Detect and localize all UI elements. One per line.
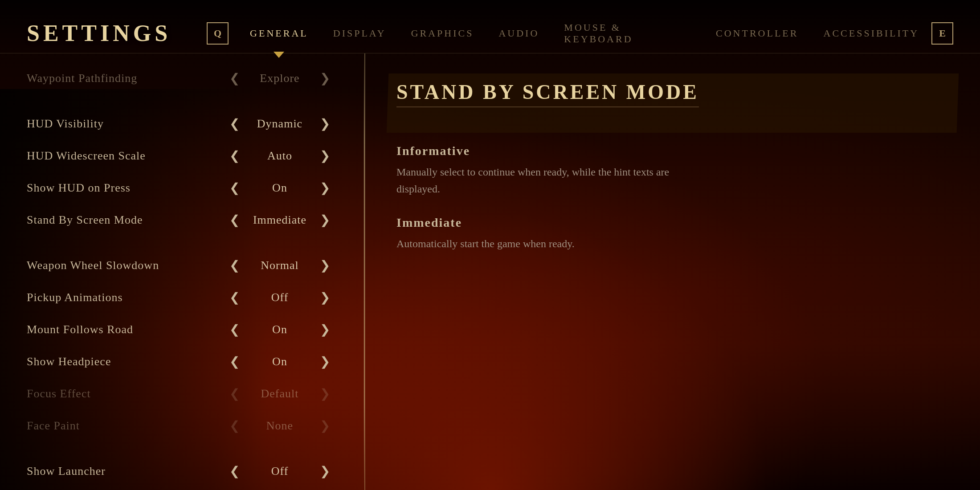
setting-value-standby: Immediate bbox=[249, 213, 311, 227]
setting-row-weapon-wheel: Weapon Wheel Slowdown ❮ Normal ❯ bbox=[0, 249, 364, 282]
tab-mouse-keyboard[interactable]: MOUSE & KEYBOARD bbox=[551, 17, 703, 49]
arrow-right-headpiece[interactable]: ❯ bbox=[320, 355, 330, 368]
setting-control-face-paint: ❮ None ❯ bbox=[222, 419, 338, 433]
setting-value-focus-effect: Default bbox=[249, 387, 311, 400]
arrow-right-show-hud[interactable]: ❯ bbox=[320, 182, 330, 194]
arrow-right-waypoint[interactable]: ❯ bbox=[320, 72, 330, 85]
arrow-right-focus-effect[interactable]: ❯ bbox=[320, 388, 330, 400]
setting-value-hud-visibility: Dynamic bbox=[249, 117, 311, 131]
setting-value-pickup: Off bbox=[249, 291, 311, 304]
info-description-1: Manually select to continue when ready, … bbox=[396, 163, 699, 198]
arrow-right-pickup[interactable]: ❯ bbox=[320, 291, 330, 304]
setting-value-weapon-wheel: Normal bbox=[249, 259, 311, 272]
setting-control-hud-visibility: ❮ Dynamic ❯ bbox=[222, 117, 338, 131]
right-bracket[interactable]: E bbox=[931, 22, 953, 45]
tab-graphics[interactable]: GRAPHICS bbox=[399, 23, 486, 44]
info-section-title-1: Informative bbox=[396, 144, 949, 158]
info-panel-title: STAND BY SCREEN MODE bbox=[396, 80, 699, 104]
setting-value-headpiece: On bbox=[249, 355, 311, 368]
tab-audio[interactable]: AUDIO bbox=[486, 23, 551, 44]
tab-controller[interactable]: CONTROLLER bbox=[703, 23, 811, 44]
setting-control-standby: ❮ Immediate ❯ bbox=[222, 213, 338, 227]
setting-name-focus-effect: Focus Effect bbox=[27, 387, 222, 400]
tab-display[interactable]: DISPLAY bbox=[321, 23, 399, 44]
setting-row-pause-focus: Pause on Focus Loss ❮ On ❯ bbox=[0, 487, 364, 490]
info-section-title-2: Immediate bbox=[396, 216, 949, 230]
arrow-left-standby[interactable]: ❮ bbox=[229, 214, 240, 226]
info-panel: STAND BY SCREEN MODE Informative Manuall… bbox=[365, 53, 980, 490]
info-description-2: Automatically start the game when ready. bbox=[396, 235, 699, 252]
setting-name-face-paint: Face Paint bbox=[27, 419, 222, 433]
setting-control-mount: ❮ On ❯ bbox=[222, 323, 338, 336]
left-bracket[interactable]: Q bbox=[207, 22, 229, 45]
setting-control-weapon-wheel: ❮ Normal ❯ bbox=[222, 259, 338, 272]
setting-name-show-hud: Show HUD on Press bbox=[27, 181, 222, 195]
setting-row-standby: Stand By Screen Mode ❮ Immediate ❯ bbox=[0, 204, 364, 236]
arrow-left-face-paint[interactable]: ❮ bbox=[229, 420, 240, 432]
setting-control-headpiece: ❮ On ❯ bbox=[222, 355, 338, 368]
header: SETTINGS Q GENERAL DISPLAY GRAPHICS AUDI… bbox=[0, 0, 980, 53]
info-section-1: Informative Manually select to continue … bbox=[396, 144, 949, 198]
setting-value-launcher: Off bbox=[249, 465, 311, 478]
setting-value-waypoint: Explore bbox=[249, 72, 311, 85]
setting-name-waypoint: Waypoint Pathfinding bbox=[27, 72, 222, 85]
setting-value-show-hud: On bbox=[249, 181, 311, 195]
setting-row-face-paint: Face Paint ❮ None ❯ bbox=[0, 410, 364, 442]
arrow-right-face-paint[interactable]: ❯ bbox=[320, 420, 330, 432]
info-title-container: STAND BY SCREEN MODE bbox=[396, 80, 949, 126]
arrow-right-launcher[interactable]: ❯ bbox=[320, 465, 330, 478]
setting-row-hud-widescreen: HUD Widescreen Scale ❮ Auto ❯ bbox=[0, 140, 364, 172]
setting-row-pickup: Pickup Animations ❮ Off ❯ bbox=[0, 282, 364, 314]
setting-name-hud-widescreen: HUD Widescreen Scale bbox=[27, 149, 222, 163]
setting-name-standby: Stand By Screen Mode bbox=[27, 213, 222, 227]
setting-value-hud-widescreen: Auto bbox=[249, 149, 311, 163]
setting-row-show-hud: Show HUD on Press ❮ On ❯ bbox=[0, 172, 364, 204]
arrow-left-mount[interactable]: ❮ bbox=[229, 323, 240, 336]
content-wrapper: SETTINGS Q GENERAL DISPLAY GRAPHICS AUDI… bbox=[0, 0, 980, 490]
divider-mid2 bbox=[0, 442, 364, 455]
setting-row-launcher: Show Launcher ❮ Off ❯ bbox=[0, 455, 364, 487]
tab-general[interactable]: GENERAL bbox=[237, 23, 321, 44]
setting-row-mount: Mount Follows Road ❮ On ❯ bbox=[0, 314, 364, 346]
arrow-left-hud-widescreen[interactable]: ❮ bbox=[229, 150, 240, 162]
setting-control-waypoint: ❮ Explore ❯ bbox=[222, 72, 338, 85]
setting-name-hud-visibility: HUD Visibility bbox=[27, 117, 222, 131]
setting-control-launcher: ❮ Off ❯ bbox=[222, 465, 338, 478]
setting-name-headpiece: Show Headpiece bbox=[27, 355, 222, 368]
arrow-left-launcher[interactable]: ❮ bbox=[229, 465, 240, 478]
setting-row-hud-visibility: HUD Visibility ❮ Dynamic ❯ bbox=[0, 108, 364, 140]
settings-panel: Waypoint Pathfinding ❮ Explore ❯ HUD Vis… bbox=[0, 53, 365, 490]
arrow-right-hud-visibility[interactable]: ❯ bbox=[320, 118, 330, 130]
nav-tabs: Q GENERAL DISPLAY GRAPHICS AUDIO MOUSE &… bbox=[207, 17, 953, 49]
setting-control-focus-effect: ❮ Default ❯ bbox=[222, 387, 338, 400]
setting-control-hud-widescreen: ❮ Auto ❯ bbox=[222, 149, 338, 163]
arrow-left-hud-visibility[interactable]: ❮ bbox=[229, 118, 240, 130]
tab-accessibility[interactable]: ACCESSIBILITY bbox=[811, 23, 932, 44]
info-section-2: Immediate Automatically start the game w… bbox=[396, 216, 949, 252]
arrow-left-show-hud[interactable]: ❮ bbox=[229, 182, 240, 194]
divider-top bbox=[0, 94, 364, 108]
arrow-left-pickup[interactable]: ❮ bbox=[229, 291, 240, 304]
page-logo: SETTINGS bbox=[27, 20, 171, 46]
setting-name-launcher: Show Launcher bbox=[27, 465, 222, 478]
arrow-right-hud-widescreen[interactable]: ❯ bbox=[320, 150, 330, 162]
arrow-left-focus-effect[interactable]: ❮ bbox=[229, 388, 240, 400]
arrow-left-waypoint[interactable]: ❮ bbox=[229, 72, 240, 85]
setting-name-pickup: Pickup Animations bbox=[27, 291, 222, 304]
arrow-right-standby[interactable]: ❯ bbox=[320, 214, 330, 226]
setting-name-mount: Mount Follows Road bbox=[27, 323, 222, 336]
divider-mid1 bbox=[0, 236, 364, 249]
setting-name-weapon-wheel: Weapon Wheel Slowdown bbox=[27, 259, 222, 272]
setting-control-show-hud: ❮ On ❯ bbox=[222, 181, 338, 195]
arrow-right-mount[interactable]: ❯ bbox=[320, 323, 330, 336]
setting-control-pickup: ❮ Off ❯ bbox=[222, 291, 338, 304]
arrow-right-weapon-wheel[interactable]: ❯ bbox=[320, 259, 330, 272]
setting-value-face-paint: None bbox=[249, 419, 311, 433]
main-content: Waypoint Pathfinding ❮ Explore ❯ HUD Vis… bbox=[0, 53, 980, 490]
setting-row-waypoint: Waypoint Pathfinding ❮ Explore ❯ bbox=[0, 62, 364, 94]
setting-row-headpiece: Show Headpiece ❮ On ❯ bbox=[0, 346, 364, 378]
setting-value-mount: On bbox=[249, 323, 311, 336]
arrow-left-weapon-wheel[interactable]: ❮ bbox=[229, 259, 240, 272]
setting-row-focus-effect: Focus Effect ❮ Default ❯ bbox=[0, 378, 364, 410]
arrow-left-headpiece[interactable]: ❮ bbox=[229, 355, 240, 368]
